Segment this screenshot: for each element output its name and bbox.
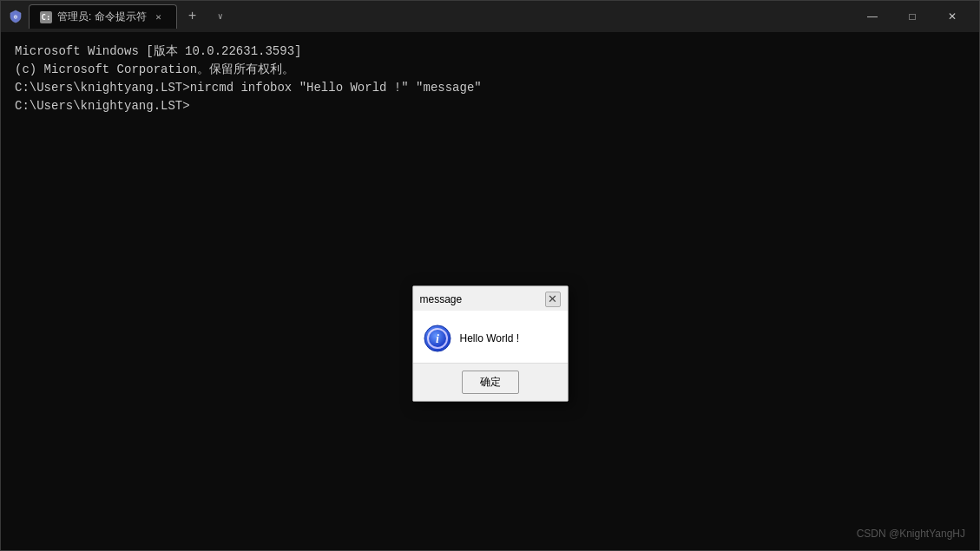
dialog-body: i Hello World ! xyxy=(413,311,568,363)
terminal-line-4: C:\Users\knightyang.LST>nircmd infobox "… xyxy=(15,79,965,97)
maximize-button[interactable]: □ xyxy=(892,1,932,32)
terminal-line-6: C:\Users\knightyang.LST> xyxy=(15,97,965,115)
dialog-close-button[interactable]: ✕ xyxy=(545,292,561,307)
terminal-line-2: (c) Microsoft Corporation。保留所有权利。 xyxy=(15,61,965,79)
dialog-titlebar: message ✕ xyxy=(413,286,568,311)
new-tab-button[interactable]: + xyxy=(181,4,205,29)
dialog-footer: 确定 xyxy=(413,363,568,401)
svg-text:i: i xyxy=(436,332,439,345)
ok-button[interactable]: 确定 xyxy=(462,371,519,394)
watermark: CSDN @KnightYangHJ xyxy=(857,526,965,541)
cmd-icon: C: xyxy=(40,11,52,23)
titlebar: ⊕ C: 管理员: 命令提示符 ✕ + ∨ — □ ✕ xyxy=(1,1,979,32)
terminal-line-1: Microsoft Windows [版本 10.0.22631.3593] xyxy=(15,43,965,61)
dropdown-button[interactable]: ∨ xyxy=(208,4,233,29)
minimize-button[interactable]: — xyxy=(852,1,892,32)
close-button[interactable]: ✕ xyxy=(932,1,972,32)
tab-cmd[interactable]: C: 管理员: 命令提示符 ✕ xyxy=(29,4,177,29)
dialog-title: message xyxy=(420,292,463,307)
tab-label: 管理员: 命令提示符 xyxy=(57,10,147,24)
shield-icon: ⊕ xyxy=(8,9,23,24)
svg-text:⊕: ⊕ xyxy=(14,13,18,21)
terminal-window: ⊕ C: 管理员: 命令提示符 ✕ + ∨ — □ ✕ Microsoft Wi… xyxy=(0,0,980,551)
tab-close-button[interactable]: ✕ xyxy=(152,10,166,24)
info-icon: i xyxy=(424,325,451,352)
terminal-content: Microsoft Windows [版本 10.0.22631.3593] (… xyxy=(1,32,979,550)
message-dialog: message ✕ xyxy=(412,285,569,402)
window-controls: — □ ✕ xyxy=(852,1,972,32)
dialog-message: Hello World ! xyxy=(460,331,519,346)
